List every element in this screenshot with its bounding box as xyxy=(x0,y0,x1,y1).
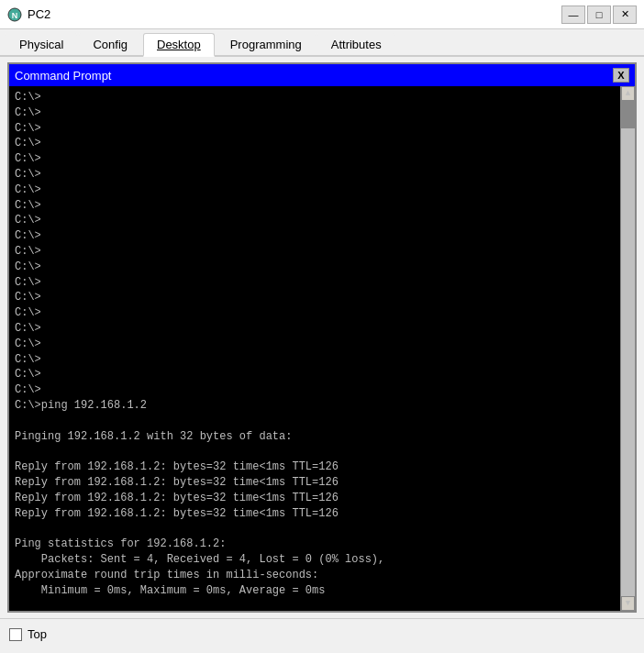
tab-config[interactable]: Config xyxy=(79,33,141,55)
cmd-output[interactable]: C:\> C:\> C:\> C:\> C:\> C:\> C:\> C:\> … xyxy=(9,86,620,611)
svg-text:N: N xyxy=(12,11,18,20)
top-checkbox[interactable] xyxy=(9,628,22,641)
cmd-title: Command Prompt xyxy=(15,69,111,83)
cmd-scrollbar[interactable]: ▲ ▼ xyxy=(620,86,635,611)
scrollbar-track xyxy=(621,101,635,596)
app-icon: N xyxy=(7,7,22,22)
scrollbar-thumb[interactable] xyxy=(621,101,635,128)
tab-desktop[interactable]: Desktop xyxy=(143,33,215,57)
tab-physical[interactable]: Physical xyxy=(6,33,77,55)
main-content: Command Prompt X C:\> C:\> C:\> C:\> C:\… xyxy=(0,57,644,618)
cmd-window: Command Prompt X C:\> C:\> C:\> C:\> C:\… xyxy=(7,62,637,613)
tab-programming[interactable]: Programming xyxy=(217,33,316,55)
tab-bar: Physical Config Desktop Programming Attr… xyxy=(0,29,644,57)
tab-attributes[interactable]: Attributes xyxy=(317,33,395,55)
maximize-button[interactable]: □ xyxy=(587,6,611,24)
title-bar-left: N PC2 xyxy=(7,7,50,22)
minimize-button[interactable]: — xyxy=(561,6,585,24)
scrollbar-down-arrow[interactable]: ▼ xyxy=(621,596,635,611)
scrollbar-up-arrow[interactable]: ▲ xyxy=(621,86,635,101)
title-bar: N PC2 — □ ✕ xyxy=(0,0,644,29)
close-button[interactable]: ✕ xyxy=(613,6,637,24)
title-bar-controls: — □ ✕ xyxy=(561,6,637,24)
bottom-bar: Top xyxy=(0,618,644,649)
window-title: PC2 xyxy=(28,7,50,21)
cmd-body: C:\> C:\> C:\> C:\> C:\> C:\> C:\> C:\> … xyxy=(9,86,635,611)
cmd-close-button[interactable]: X xyxy=(613,68,629,83)
top-label: Top xyxy=(28,627,47,641)
cmd-titlebar: Command Prompt X xyxy=(9,64,635,86)
